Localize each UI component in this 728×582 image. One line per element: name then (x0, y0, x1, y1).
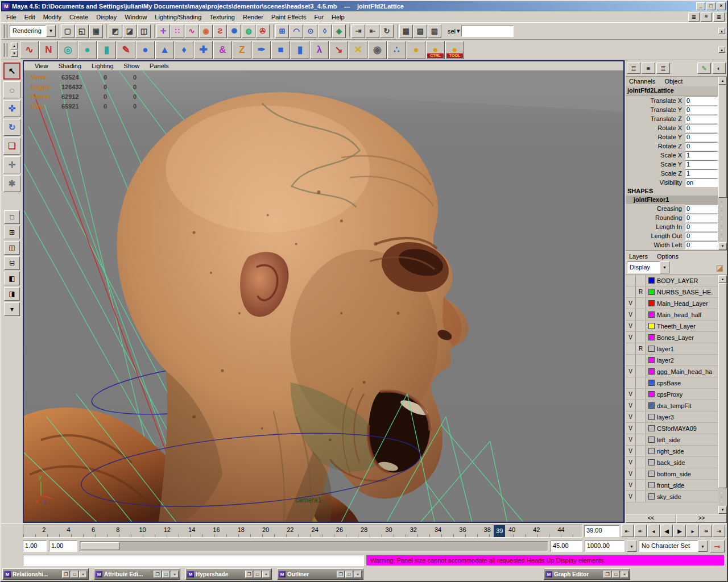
channel-value-field[interactable]: 0 (685, 232, 718, 240)
construction-history-icon[interactable]: ↻ (380, 24, 394, 38)
restore-ui-elements-icon[interactable]: ≣ (713, 13, 725, 22)
camera-tool[interactable]: ◉ (368, 41, 387, 59)
go-to-start-button[interactable]: ⇤ (621, 525, 634, 537)
chevron-down-icon[interactable]: ▾ (660, 261, 669, 273)
nurbs-sphere-tool[interactable]: ● (78, 41, 97, 59)
layer-color-swatch[interactable] (648, 277, 655, 284)
menu-render[interactable]: Render (239, 13, 267, 22)
maximize-icon[interactable]: □ (612, 571, 620, 578)
layer-visibility-toggle[interactable]: V (626, 332, 636, 343)
menu-set-selector[interactable]: Rendering ▼ (10, 25, 56, 37)
viewport-menu-view[interactable]: View (30, 62, 53, 70)
command-line-input[interactable] (23, 555, 364, 566)
input-connections-icon[interactable]: ⇥ (351, 24, 365, 38)
layer-row-sky-side[interactable]: Vsky_side (626, 491, 718, 502)
step-forward-key-button[interactable]: ↠ (700, 525, 712, 537)
current-frame-marker[interactable]: 39 (494, 525, 505, 537)
layer-visibility-toggle[interactable]: V (626, 389, 636, 400)
end-time-menu-icon[interactable]: ▾ (627, 541, 636, 552)
layer-ref-toggle[interactable] (636, 434, 646, 445)
layer-color-swatch[interactable] (648, 436, 655, 443)
scroll-down-icon[interactable]: ▾ (718, 506, 727, 514)
channel-value-field[interactable]: on (685, 178, 718, 187)
layer-row-nurbs-base-he[interactable]: RNURBS_BASE_HE. (626, 286, 718, 298)
layer-ref-toggle[interactable]: R (636, 343, 646, 354)
close-icon[interactable]: × (79, 571, 87, 578)
layout-menu-icon[interactable]: ▾ (4, 302, 20, 316)
menu-create[interactable]: Create (65, 13, 92, 22)
channel-label[interactable]: Rotate X (626, 124, 685, 131)
layer-ref-toggle[interactable] (636, 309, 646, 320)
layer-color-swatch[interactable] (648, 482, 655, 488)
layout-four-pane-icon[interactable]: ⊞ (4, 226, 20, 239)
step-forward-frame-button[interactable]: ▸ (686, 525, 699, 537)
layer-row-body-layer[interactable]: BODY_LAYER (626, 275, 718, 286)
scrollbar-track[interactable] (718, 283, 727, 506)
mask-dynamics-icon[interactable]: ✺ (228, 24, 241, 38)
menu-edit[interactable]: Edit (20, 13, 39, 22)
restore-icon[interactable]: ❐ (245, 571, 253, 578)
layer-ref-toggle[interactable] (636, 298, 646, 309)
layer-row-cpsbase[interactable]: cpsBase (626, 377, 718, 389)
mask-rendering-icon[interactable]: ◍ (242, 24, 255, 38)
maximize-icon[interactable]: □ (254, 571, 262, 578)
layer-row-ggg-main-head-ha[interactable]: Vggg_Main_head_ha (626, 366, 718, 377)
cv-curve-tool[interactable]: N (39, 41, 58, 59)
layer-visibility-toggle[interactable]: V (626, 468, 636, 479)
new-scene-icon[interactable]: ▢ (61, 24, 75, 38)
channel-value-field[interactable]: 0 (685, 142, 718, 151)
layer-mode-selector[interactable]: Display ▾ (627, 261, 669, 273)
shelf-gold-sphere-ctrl[interactable]: ●CTRL (426, 41, 445, 59)
layer-cube-icon[interactable]: ◪ (716, 263, 726, 272)
layout-hypergraph-icon[interactable]: ◨ (4, 287, 20, 301)
layer-visibility-toggle[interactable] (626, 275, 636, 286)
channel-value-field[interactable]: 1 (685, 169, 718, 178)
show-channel-box-icon[interactable]: ≣ (627, 63, 640, 74)
particle-tool[interactable]: ∴ (387, 41, 406, 59)
pager-prev-button[interactable]: << (626, 514, 676, 523)
channel-label[interactable]: Length In (626, 223, 685, 230)
quick-select-arrow-icon[interactable]: ▾ (457, 27, 460, 35)
step-back-frame-button[interactable]: ◂ (647, 525, 660, 537)
nurbs-cylinder-tool[interactable]: ▮ (97, 41, 116, 59)
layer-visibility-toggle[interactable] (626, 355, 636, 365)
restore-icon[interactable]: ❐ (603, 571, 611, 578)
restore-icon[interactable]: ❐ (62, 571, 70, 578)
mask-misc-icon[interactable]: ✇ (256, 24, 270, 38)
layer-visibility-toggle[interactable] (626, 286, 636, 297)
layer-ref-toggle[interactable] (636, 446, 646, 456)
snap-to-grid-icon[interactable]: ⊞ (275, 24, 289, 38)
channel-value-field[interactable]: 0 (685, 124, 718, 132)
render-globals-icon[interactable]: ▨ (428, 24, 441, 38)
layer-visibility-toggle[interactable]: V (626, 480, 636, 490)
scroll-up-icon[interactable]: ▴ (718, 275, 727, 283)
menu-display[interactable]: Display (92, 13, 121, 22)
channel-value-field[interactable]: 0 (685, 241, 718, 250)
ampersand-tool[interactable]: & (213, 41, 232, 59)
scroll-down-icon[interactable]: ▾ (718, 242, 727, 250)
viewport-menu-shading[interactable]: Shading (53, 62, 86, 70)
restore-icon[interactable]: ❐ (337, 571, 345, 578)
go-to-end-button[interactable]: ⇥ (713, 525, 725, 537)
layout-two-pane-stacked-icon[interactable]: ⊟ (4, 256, 20, 270)
layer-visibility-toggle[interactable]: V (626, 298, 636, 309)
layer-row-theeth-layer[interactable]: VTheeth_Layer (626, 321, 718, 332)
quick-select-label[interactable]: sel (448, 28, 456, 35)
layer-color-swatch[interactable] (648, 380, 655, 386)
channel-shape-node-name[interactable]: jointFlexor1 (626, 196, 718, 204)
viewport-menu-panels[interactable]: Panels (144, 62, 174, 70)
minimized-window-outliner[interactable]: MOutliner❐□× (277, 568, 363, 580)
pencil-curve-tool[interactable]: ✎ (117, 41, 135, 59)
channel-value-field[interactable]: 0 (685, 106, 718, 114)
animation-end-field[interactable]: 1000.00 (585, 541, 624, 552)
output-connections-icon[interactable]: ⇤ (366, 24, 379, 38)
layer-row-bones-layer[interactable]: VBones_Layer (626, 332, 718, 343)
channel-value-field[interactable]: 0 (685, 223, 718, 231)
poly-sphere-tool[interactable]: ● (136, 41, 155, 59)
close-icon[interactable]: × (717, 2, 726, 10)
ipr-render-icon[interactable]: ▧ (413, 24, 427, 38)
status-line-handle[interactable] (3, 24, 7, 38)
lasso-select-tool[interactable]: ◌ (3, 81, 20, 98)
paint-weights-tool[interactable]: ✕ (349, 41, 367, 59)
maximize-icon[interactable]: □ (162, 571, 170, 578)
